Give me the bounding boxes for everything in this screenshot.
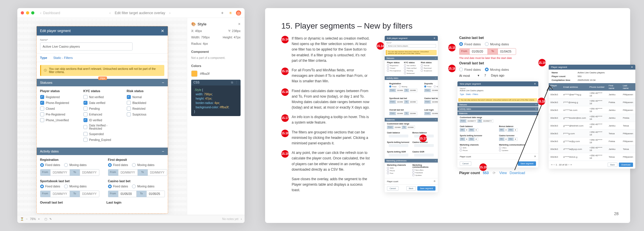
date-input[interactable]: 01/05/20 (118, 191, 137, 197)
segment-name-input[interactable] (40, 42, 133, 51)
checkbox-option[interactable]: Blacklisted (127, 101, 164, 105)
zoom-level[interactable]: 76% (30, 217, 36, 221)
date-input[interactable]: DD/MM/YY (50, 191, 70, 197)
refresh-icon[interactable]: ⟳ (492, 170, 496, 175)
checkbox-option[interactable]: Pending (83, 107, 121, 111)
radio-fixed[interactable]: Fixed dates (459, 68, 481, 71)
activity-dates-panel-header[interactable]: Activity dates − (37, 148, 168, 155)
risk-status-title: Risk status (127, 89, 164, 93)
minimize-dot-icon[interactable] (26, 11, 29, 14)
checkbox-option[interactable]: Suspicious (127, 112, 164, 116)
page-title: 15. Player segments – New by filters (281, 21, 614, 31)
maximize-dot-icon[interactable] (31, 11, 34, 14)
checkbox-option[interactable]: Pending_Expired (83, 138, 121, 142)
radio-fixed[interactable]: Fixed dates (40, 163, 60, 167)
nav-back-icon[interactable]: ‹ (38, 11, 43, 15)
copy-icon[interactable]: ⧉ ⋮ (231, 81, 238, 84)
checkbox-option[interactable]: Phone-Registered (40, 101, 78, 105)
radio-fixed[interactable]: Fixed dates (108, 163, 128, 167)
checkbox-option[interactable]: Restricted (127, 107, 164, 111)
download-button[interactable]: Download (619, 163, 633, 167)
name-label: Name* (40, 38, 164, 41)
close-icon[interactable]: ✕ (161, 29, 164, 33)
css-code[interactable]: .Style { width: 798px; height: 47px; bor… (191, 85, 241, 116)
sun-icon[interactable]: ☀ (228, 10, 233, 16)
window-controls[interactable] (21, 11, 34, 14)
breadcrumb[interactable]: Dashboard (43, 11, 60, 15)
activity-title: Activity dates (40, 150, 59, 153)
kyc-status-title: KYC status (83, 89, 121, 93)
checkbox-option[interactable]: Phone_Unverified (40, 118, 78, 122)
timer-icon[interactable]: ⏳ (20, 217, 24, 221)
error-message: The end date must be later than the star… (459, 57, 516, 59)
back-button[interactable]: Back (406, 186, 416, 191)
radio-moving[interactable]: Moving dates (64, 163, 86, 167)
radio-moving[interactable]: Moving dates (485, 42, 509, 46)
overlay-header: Edit player segment ✕ (37, 26, 168, 36)
radio-moving[interactable]: Moving dates (132, 185, 154, 188)
save-button[interactable]: Save segment (417, 186, 435, 191)
color-swatch[interactable] (191, 70, 198, 77)
refresh-icon[interactable]: ⟳ (434, 180, 435, 182)
table-header[interactable]: Last name (621, 83, 635, 91)
checkbox-option[interactable]: Not verified (83, 95, 121, 99)
back-button[interactable]: Back (608, 163, 617, 167)
checkbox-option[interactable]: Closed (40, 107, 78, 111)
checkbox-option[interactable]: Registered (40, 95, 78, 99)
checkbox-option[interactable]: Data Verified - Restricted (83, 124, 121, 130)
type-value: Static - Filters (53, 56, 72, 59)
checkbox-option[interactable]: ID verified (83, 118, 121, 122)
checkbox-option[interactable]: Enhanced (83, 112, 121, 116)
radio-fixed[interactable]: Fixed dates (459, 42, 481, 46)
life-ring-icon[interactable]: ◎ (236, 10, 241, 16)
close-icon[interactable]: ✕ (631, 66, 633, 68)
table-header[interactable]: Phone number (588, 83, 607, 91)
comment-icon[interactable]: ✎ (49, 217, 52, 221)
layers-icon[interactable]: ▢ (44, 217, 47, 221)
pin: 15.18 (538, 98, 545, 105)
close-dot-icon[interactable] (21, 11, 24, 14)
date-input[interactable]: DD/MM/YY (50, 169, 70, 176)
radio-fixed[interactable]: Fixed dates (40, 185, 60, 188)
statuses-title: Statuses (40, 81, 53, 84)
next-artboard-icon[interactable]: › (167, 11, 172, 15)
notes-placeholder[interactable]: No notes yet (222, 217, 239, 221)
close-icon[interactable]: ✕ (433, 37, 435, 40)
radio-moving[interactable]: Moving dates (132, 163, 154, 167)
date-input[interactable]: 01/05/25 (146, 191, 165, 197)
radio-moving[interactable]: Moving dates (64, 185, 86, 188)
checkbox-option[interactable]: Pre-Registered (40, 112, 78, 116)
checkbox-option[interactable]: Suspended (83, 132, 121, 136)
close-icon[interactable]: ✕ (238, 22, 241, 26)
notifications-icon[interactable]: ✦ (220, 10, 225, 16)
date-input[interactable]: DD/MM/YY (80, 169, 99, 176)
days-input[interactable]: 7 (479, 74, 491, 77)
collapse-icon[interactable]: − (162, 81, 164, 84)
cancel-button[interactable]: Cancel (387, 186, 399, 191)
checkbox-option[interactable]: Normal (127, 95, 164, 99)
operator-select[interactable]: At most▾ (459, 74, 479, 77)
mockups-area: 15.14 15.17 15.15 15.16 15.18 15.19 15.1… (379, 36, 614, 193)
canvas[interactable]: Edit player segment ✕ Name* Type Static … (17, 18, 187, 223)
date-input[interactable]: DD/MM/YY (148, 169, 167, 176)
connector-arrow (503, 82, 572, 174)
prev-artboard-icon[interactable]: ‹ (108, 11, 112, 15)
overlay-title: Edit player segment (40, 29, 71, 33)
radio-fixed[interactable]: Fixed dates (108, 185, 128, 188)
radio-moving[interactable]: Moving dates (485, 68, 509, 71)
pin: 15.15 (448, 44, 456, 51)
chevron-right-icon[interactable]: › (241, 217, 242, 221)
table-header[interactable]: First name (607, 83, 621, 91)
spec-notes: 15.14If filters or dynamic is selected a… (281, 36, 371, 193)
date-input[interactable]: 01/05/20 (469, 48, 488, 55)
date-input[interactable]: DD/MM/YY (80, 191, 99, 197)
unit-label: Days ago (491, 74, 508, 77)
cancel-button[interactable]: Cancel (460, 161, 471, 166)
css-label: CSS (193, 81, 200, 84)
css-panel: CSS⧉ ⋮ .Style { width: 798px; height: 47… (191, 80, 241, 116)
date-input[interactable]: DD/MM/YY (118, 169, 138, 176)
date-input[interactable]: 01/04/25 (498, 48, 516, 55)
collapse-icon[interactable]: − (162, 150, 164, 153)
checkbox-option[interactable]: Data verified (83, 101, 121, 105)
design-app-window: ‹ Dashboard ‹ Edit filter target audienc… (17, 8, 245, 223)
